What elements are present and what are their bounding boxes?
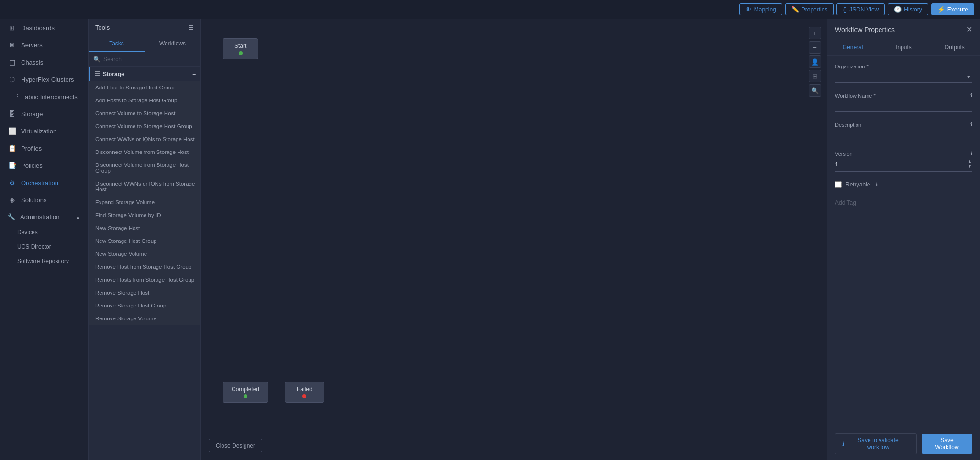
sidebar-item-policies[interactable]: 📑 Policies	[0, 157, 88, 174]
task-item[interactable]: Disconnect Volume from Storage Host Grou…	[89, 159, 200, 177]
task-item[interactable]: New Storage Volume	[89, 248, 200, 261]
task-item[interactable]: Add Host to Storage Host Group	[89, 81, 200, 94]
solutions-icon: ◈	[8, 196, 16, 204]
properties-icon: ✏️	[791, 6, 799, 13]
task-item[interactable]: Remove Hosts from Storage Host Group	[89, 274, 200, 286]
sidebar-item-profiles[interactable]: 📋 Profiles	[0, 140, 88, 157]
task-item[interactable]: Find Storage Volume by ID	[89, 209, 200, 222]
save-validate-button[interactable]: ℹ Save to validate workflow	[835, 433, 917, 454]
task-item[interactable]: Connect Volume to Storage Host Group	[89, 120, 200, 133]
tab-workflows[interactable]: Workflows	[145, 36, 200, 52]
sidebar: ⊞ Dashboards 🖥 Servers ◫ Chassis ⬡ Hyper…	[0, 19, 89, 460]
validate-icon: ℹ	[842, 441, 844, 447]
retryable-checkbox[interactable]	[835, 181, 842, 188]
sidebar-item-servers[interactable]: 🖥 Servers	[0, 36, 88, 54]
node-completed[interactable]: Completed	[223, 382, 268, 403]
history-icon: 🕐	[894, 6, 902, 13]
sidebar-item-storage[interactable]: 🗄 Storage	[0, 105, 88, 122]
mapping-button[interactable]: 👁 Mapping	[739, 3, 782, 15]
fit-button[interactable]: 👤	[809, 55, 821, 68]
close-designer-button[interactable]: Close Designer	[209, 439, 262, 452]
props-tab-general[interactable]: General	[827, 40, 878, 55]
task-item[interactable]: Remove Storage Host Group	[89, 299, 200, 312]
sidebar-item-orchestration[interactable]: ⚙ Orchestration	[0, 174, 88, 191]
administration-icon: 🔧	[8, 213, 15, 220]
sidebar-sub-item-ucs-director[interactable]: UCS Director	[0, 240, 88, 254]
version-up-button[interactable]: ▲	[967, 159, 972, 164]
canvas-area[interactable]: + − 👤 ⊞ 🔍 Start Completed Failed Close D…	[201, 19, 827, 460]
organization-select[interactable]	[835, 71, 972, 83]
props-close-button[interactable]: ✕	[966, 25, 972, 34]
history-button[interactable]: 🕐 History	[888, 3, 928, 15]
canvas-footer: Close Designer	[209, 439, 262, 452]
virtualization-icon: ⬜	[8, 127, 16, 135]
dashboards-icon: ⊞	[8, 24, 16, 32]
sidebar-item-administration[interactable]: 🔧 Administration ▲	[0, 208, 88, 225]
task-item[interactable]: Disconnect WWNs or IQNs from Storage Hos…	[89, 177, 200, 196]
task-item[interactable]: New Storage Host Group	[89, 235, 200, 248]
sidebar-item-chassis[interactable]: ◫ Chassis	[0, 54, 88, 71]
sidebar-sub-item-devices[interactable]: Devices	[0, 225, 88, 240]
tools-menu-icon[interactable]: ☰	[188, 24, 194, 31]
search-icon: 🔍	[93, 56, 100, 63]
description-info-icon[interactable]: ℹ	[970, 121, 972, 128]
tab-tasks[interactable]: Tasks	[89, 36, 145, 52]
storage-category: ☰Storage −	[89, 67, 200, 81]
tools-search-bar: 🔍	[89, 52, 200, 67]
task-item[interactable]: Remove Host from Storage Host Group	[89, 261, 200, 274]
grid-button[interactable]: ⊞	[809, 70, 821, 82]
task-item[interactable]: Disconnect Volume from Storage Host	[89, 146, 200, 159]
save-workflow-button[interactable]: Save Workflow	[922, 434, 972, 454]
main-layout: ⊞ Dashboards 🖥 Servers ◫ Chassis ⬡ Hyper…	[0, 19, 980, 460]
task-item[interactable]: Connect Volume to Storage Host	[89, 107, 200, 120]
workflow-name-info-icon[interactable]: ℹ	[970, 92, 972, 99]
props-tab-outputs[interactable]: Outputs	[929, 40, 980, 55]
zoom-in-button[interactable]: +	[809, 27, 821, 39]
task-item[interactable]: Expand Storage Volume	[89, 196, 200, 209]
properties-panel: Workflow Properties ✕ General Inputs Out…	[827, 19, 980, 460]
version-input[interactable]	[835, 161, 965, 168]
task-item[interactable]: Remove Storage Host	[89, 286, 200, 299]
policies-icon: 📑	[8, 162, 16, 169]
retryable-info-icon[interactable]: ℹ	[876, 182, 878, 188]
json-view-button[interactable]: {} JSON View	[836, 3, 885, 15]
sidebar-item-virtualization[interactable]: ⬜ Virtualization	[0, 122, 88, 140]
props-tabs: General Inputs Outputs	[827, 40, 980, 56]
task-item[interactable]: Connect WWNs or IQNs to Storage Host	[89, 133, 200, 146]
search-input[interactable]	[103, 56, 196, 63]
task-item[interactable]: Remove Storage Volume	[89, 312, 200, 325]
properties-button[interactable]: ✏️ Properties	[785, 3, 834, 15]
organization-field: Organization *	[835, 64, 972, 83]
retryable-row: Retryable ℹ	[835, 181, 972, 188]
search-canvas-button[interactable]: 🔍	[809, 84, 821, 97]
tools-list: ☰Storage − Add Host to Storage Host Grou…	[89, 67, 200, 460]
sidebar-item-hyperflex[interactable]: ⬡ HyperFlex Clusters	[0, 71, 88, 88]
mapping-icon: 👁	[746, 6, 752, 13]
version-down-button[interactable]: ▼	[967, 164, 972, 169]
failed-dot	[302, 394, 306, 398]
sidebar-item-dashboards[interactable]: ⊞ Dashboards	[0, 19, 88, 36]
workflow-name-input[interactable]	[835, 100, 972, 112]
chassis-icon: ◫	[8, 58, 16, 66]
version-info-icon[interactable]: ℹ	[970, 151, 972, 157]
add-tag-input[interactable]: Add Tag	[835, 197, 972, 208]
collapse-icon[interactable]: −	[192, 71, 196, 77]
hyperflex-icon: ⬡	[8, 76, 16, 83]
description-input[interactable]	[835, 130, 972, 141]
execute-button[interactable]: ⚡ Execute	[931, 3, 974, 15]
sidebar-item-solutions[interactable]: ◈ Solutions	[0, 191, 88, 208]
zoom-out-button[interactable]: −	[809, 41, 821, 54]
props-tab-inputs[interactable]: Inputs	[878, 40, 929, 55]
task-item[interactable]: New Storage Host	[89, 222, 200, 235]
sidebar-sub-item-software-repository[interactable]: Software Repository	[0, 254, 88, 268]
node-start[interactable]: Start	[223, 38, 258, 59]
completed-dot	[244, 394, 247, 398]
version-field: Version ℹ ▲ ▼	[835, 151, 972, 172]
fabric-icon: ⋮⋮	[8, 93, 16, 100]
props-footer: ℹ Save to validate workflow Save Workflo…	[827, 427, 980, 460]
add-tag-field: Add Tag	[835, 197, 972, 208]
json-icon: {}	[843, 6, 847, 13]
node-failed[interactable]: Failed	[285, 382, 324, 403]
sidebar-item-fabric[interactable]: ⋮⋮ Fabric Interconnects	[0, 88, 88, 105]
task-item[interactable]: Add Hosts to Storage Host Group	[89, 94, 200, 107]
